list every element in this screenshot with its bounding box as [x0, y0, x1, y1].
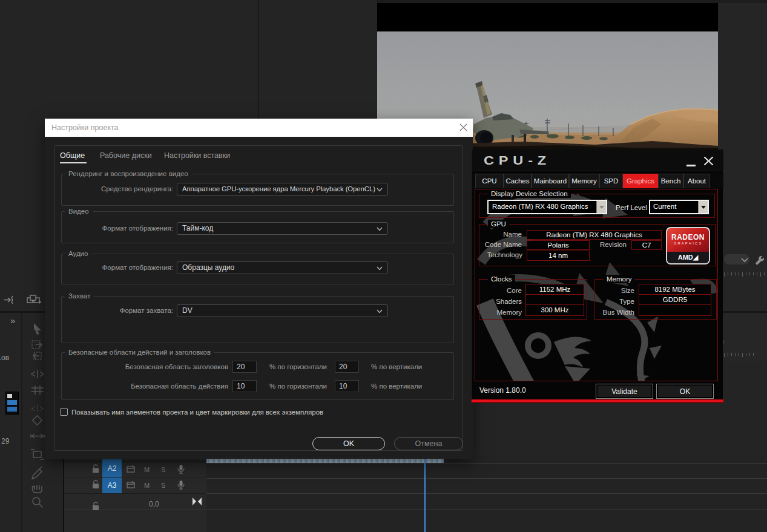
svg-text:S: S [161, 466, 165, 473]
svg-text:M: M [144, 466, 150, 473]
